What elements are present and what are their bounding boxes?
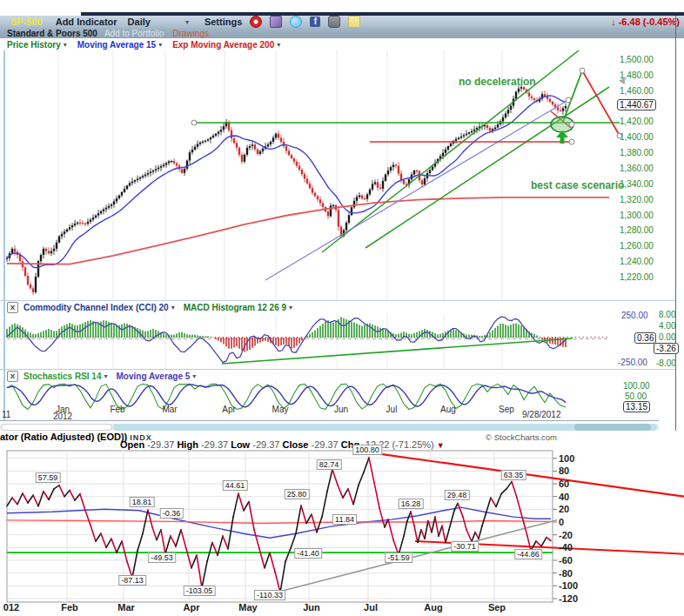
candle-body (549, 99, 551, 102)
macd-bar (319, 326, 321, 338)
macd-bar (275, 338, 277, 345)
candle-body (312, 188, 313, 192)
candle-body (202, 142, 204, 143)
macd-bar (9, 326, 10, 338)
candle-body (116, 198, 117, 201)
stoch-ma-dropdown[interactable]: Moving Average 5 (117, 372, 191, 381)
cci-caret-icon[interactable]: ▾ (171, 304, 175, 311)
macd-bar (411, 334, 412, 338)
macd-bar (66, 324, 68, 338)
time-scrollbar[interactable] (0, 424, 659, 431)
drawing-handle[interactable] (566, 97, 571, 103)
candle-body (432, 167, 433, 171)
drawing-handle[interactable] (580, 68, 585, 73)
macd-bar (395, 334, 397, 338)
price-history-caret-icon[interactable]: ▾ (64, 41, 67, 49)
osc-month-label: Apr (177, 602, 206, 613)
macd-bar (17, 325, 18, 338)
price-history-dropdown[interactable]: Price History (7, 40, 61, 50)
month-label: Jun (328, 405, 354, 414)
candle-body (314, 193, 316, 197)
macd-bar (280, 338, 282, 345)
macd-bar (353, 323, 355, 338)
facebook-icon[interactable]: f (310, 17, 320, 27)
candle-body (510, 106, 512, 110)
candle-body (105, 208, 107, 210)
candle-body (144, 175, 146, 177)
period-dropdown[interactable]: Daily (128, 17, 151, 27)
macd-bar (301, 338, 303, 341)
camera-icon[interactable] (328, 16, 340, 28)
candle-body (379, 188, 381, 189)
stoch-ma-caret-icon[interactable]: ▾ (192, 372, 196, 380)
macd-current-value: -3.26 (654, 343, 679, 354)
macd-bar (37, 333, 39, 338)
candle-body (309, 184, 311, 188)
stoch-title-dropdown[interactable]: Stochastics RSI 14 (23, 372, 101, 381)
macd-bar (408, 334, 410, 338)
period-caret-icon[interactable]: ▾ (185, 18, 189, 26)
candle-body (210, 137, 211, 139)
candle-body (189, 152, 191, 160)
macd-caret-icon[interactable]: ▾ (289, 304, 292, 311)
price-tick: 1,280.00 (620, 225, 654, 235)
candle-body (497, 124, 499, 128)
settings-button[interactable]: Settings (205, 17, 242, 27)
macd-bar (56, 331, 57, 338)
macd-title-dropdown[interactable]: MACD Histogram 12 26 9 (184, 303, 286, 312)
candle-body (565, 106, 567, 108)
price-tick: 1,340.00 (620, 179, 654, 189)
ema200-dropdown[interactable]: Exp Moving Average 200 (172, 40, 274, 50)
macd-bar (345, 319, 347, 338)
candle-body (413, 171, 415, 174)
osc-month-label: May (233, 602, 263, 613)
candle-body (306, 179, 308, 184)
candle-body (445, 150, 446, 153)
candle-body (262, 149, 264, 151)
close-cci-button[interactable]: X (7, 302, 18, 313)
candle-body (207, 139, 209, 140)
candle-body (494, 128, 496, 130)
macd-bar (215, 338, 217, 339)
green-projection-line (563, 70, 582, 122)
candle-body (24, 267, 26, 276)
macd-bar (35, 334, 37, 338)
cci-title-dropdown[interactable]: Commodity Channel Index (CCI) 20 (23, 303, 169, 312)
macd-bar (40, 332, 42, 338)
ma15-caret-icon[interactable]: ▾ (158, 41, 162, 49)
macd-bar (205, 336, 206, 338)
macd-bar (539, 338, 540, 338)
data-point-label: 18.81 (130, 497, 155, 507)
add-to-portfolio-link[interactable]: Add to Portfolio (104, 29, 164, 38)
annotation-no-deceleration: no deceleration (459, 76, 536, 88)
twitter-icon[interactable] (290, 16, 302, 28)
macd-bar (126, 324, 128, 338)
candle-body (111, 204, 112, 206)
data-point-label: -103.05 (184, 586, 216, 596)
symbol-subbar: Standard & Poors 500 Add to Portfolio Dr… (0, 28, 684, 38)
osc-month-label: 012 (0, 602, 26, 613)
macd-bar (225, 338, 227, 346)
candle-body (66, 230, 68, 232)
candle-body (69, 227, 70, 229)
price-chart-canvas (0, 50, 684, 301)
cci-current-value: 0.36 (634, 332, 656, 344)
symbol-label[interactable]: SP-500 (10, 17, 43, 27)
ema200-caret-icon[interactable]: ▾ (277, 41, 280, 49)
candle-body (134, 180, 136, 182)
drawings-link[interactable]: Drawings (172, 29, 209, 38)
cci-panel-header: X Commodity Channel Index (CCI) 20 ▾ MAC… (0, 302, 670, 313)
drawing-handle[interactable] (569, 139, 574, 144)
note-icon[interactable] (348, 16, 360, 28)
scrollbar-thumb[interactable] (574, 424, 651, 431)
drawing-handle[interactable] (191, 120, 197, 125)
alarm-icon[interactable] (250, 16, 262, 28)
scrollbar-left-cap[interactable] (1, 424, 112, 431)
add-indicator-button[interactable]: Add Indicator (56, 17, 117, 27)
cube-icon[interactable] (270, 16, 282, 28)
candle-body (275, 134, 277, 138)
drawing-handle[interactable] (569, 122, 574, 127)
candle-body (291, 155, 292, 158)
ma15-dropdown[interactable]: Moving Average 15 (77, 40, 156, 50)
stoch-caret-icon[interactable]: ▾ (104, 372, 107, 380)
